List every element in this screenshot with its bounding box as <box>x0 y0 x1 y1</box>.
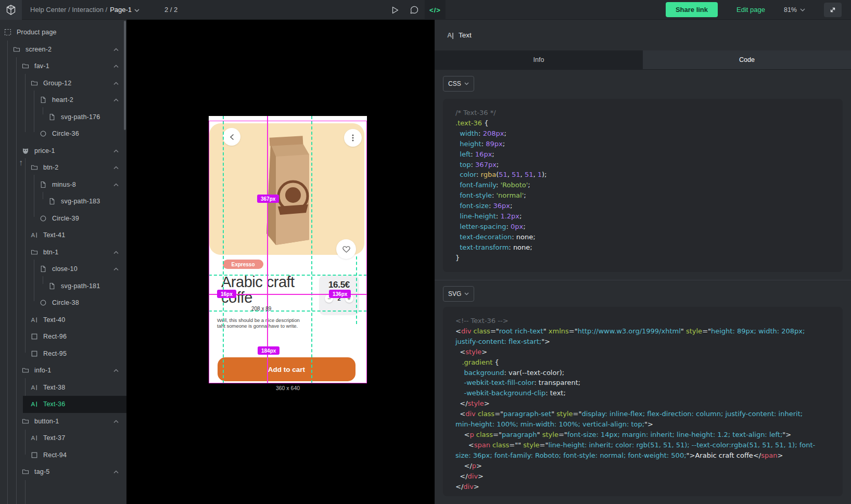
chevron-up-icon[interactable] <box>113 47 119 51</box>
layer-label: minus-8 <box>52 181 76 188</box>
design-canvas[interactable]: Expresso Arabic craft coffe 16.5€ − 2 + … <box>126 20 435 504</box>
layer-row-svg-path-183[interactable]: svg-path-183 <box>0 193 126 210</box>
panel-header: A Text <box>435 20 851 50</box>
layer-row-circle-36[interactable]: Circle-36 <box>0 125 126 143</box>
panel-divider <box>435 280 851 280</box>
code-toggle-button[interactable]: </> <box>425 0 446 20</box>
layer-label: tag-5 <box>34 468 50 475</box>
layer-row-svg-path-176[interactable]: svg-path-176 <box>0 109 126 126</box>
zoom-level-value: 81% <box>784 6 797 14</box>
layer-label: Rect-94 <box>43 451 67 459</box>
layer-row-svg-path-181[interactable]: svg-path-181 <box>0 278 126 295</box>
folder-icon <box>31 164 38 171</box>
text-icon: A <box>31 384 38 391</box>
comment-bubble-icon <box>410 6 418 14</box>
layer-row-text-36[interactable]: AText-36 <box>0 396 126 413</box>
chevron-down-icon <box>464 292 469 295</box>
chevron-up-icon[interactable] <box>113 81 119 85</box>
chevron-up-icon[interactable] <box>113 165 119 170</box>
layer-row-product page[interactable]: Product page <box>0 24 126 41</box>
zoom-level-select[interactable]: 81% <box>784 6 805 14</box>
layer-row-btn-2[interactable]: btn-2 <box>0 159 126 176</box>
edit-page-link[interactable]: Edit page <box>736 6 765 14</box>
text-layer-icon: A <box>447 31 453 39</box>
layer-label: Text-36 <box>43 400 65 408</box>
panel-tabs: Info Code <box>435 50 851 70</box>
layer-label: screen-2 <box>26 46 52 53</box>
chevron-down-icon[interactable] <box>134 9 139 12</box>
chevron-up-icon[interactable] <box>113 183 119 187</box>
measurement-badge-367: 367px <box>257 195 279 203</box>
chevron-up-icon[interactable] <box>113 98 119 102</box>
tab-info[interactable]: Info <box>435 50 643 69</box>
layer-row-price-1[interactable]: price-1 <box>0 143 126 160</box>
layer-label: Circle-39 <box>52 215 79 222</box>
measurement-badge-16: 16px <box>217 290 236 298</box>
layer-label: price-1 <box>34 147 55 154</box>
layer-row-group-12[interactable]: Group-12 <box>0 75 126 92</box>
comment-button[interactable] <box>407 0 422 20</box>
chevron-up-icon[interactable] <box>113 368 119 372</box>
layer-row-text-41[interactable]: AText-41 <box>0 227 126 244</box>
chevron-up-icon[interactable] <box>113 64 119 68</box>
logo-cube-icon <box>6 5 16 15</box>
chevron-up-icon[interactable] <box>113 470 119 474</box>
layer-row-button-1[interactable]: button-1 <box>0 413 126 430</box>
layer-label: Circle-36 <box>52 130 79 137</box>
breadcrumb[interactable]: Help Center / Interaction / Page-1 <box>30 6 139 14</box>
layer-row-screen-2[interactable]: screen-2 <box>0 41 126 58</box>
folder-icon <box>13 46 20 53</box>
folder-icon <box>22 468 29 475</box>
layer-row-heart-2[interactable]: heart-2 <box>0 92 126 109</box>
layer-label: fav-1 <box>34 62 49 70</box>
sidebar-scrollbar-thumb[interactable] <box>124 21 126 130</box>
breadcrumb-current: Page-1 <box>110 6 132 14</box>
chevron-up-icon[interactable] <box>113 419 119 423</box>
layer-row-minus-8[interactable]: minus-8 <box>0 176 126 193</box>
layer-row-btn-1[interactable]: btn-1 <box>0 244 126 261</box>
page-indicator: 2 / 2 <box>164 6 177 14</box>
layer-label: svg-path-183 <box>61 198 100 205</box>
play-button[interactable] <box>387 0 403 20</box>
chevron-up-icon[interactable] <box>113 250 119 254</box>
app-logo[interactable] <box>0 0 22 20</box>
tab-code[interactable]: Code <box>643 50 851 69</box>
chevron-up-icon[interactable] <box>113 267 119 271</box>
element-size-label: 208 x 89 <box>251 306 271 312</box>
layer-row-text-37[interactable]: AText-37 <box>0 430 126 447</box>
chevron-down-icon <box>464 82 469 85</box>
layer-row-rect-94[interactable]: Rect-94 <box>0 447 126 464</box>
fullscreen-expand-icon <box>829 6 836 14</box>
layer-row-circle-38[interactable]: Circle-38 <box>0 294 126 312</box>
rect-icon <box>31 350 38 357</box>
svg-language-select[interactable]: SVG <box>443 286 474 302</box>
layer-label: info-1 <box>34 367 51 374</box>
layer-label: heart-2 <box>52 96 73 104</box>
frame-icon <box>4 29 11 36</box>
layer-row-circle-39[interactable]: Circle-39 <box>0 210 126 227</box>
layer-row-info-1[interactable]: info-1 <box>0 362 126 379</box>
layer-label: Product page <box>17 29 57 36</box>
share-link-button[interactable]: Share link <box>666 2 718 17</box>
chevron-up-icon[interactable] <box>113 149 119 153</box>
svg-code-block: <!-- Text-36 --><div class="root rich-te… <box>443 307 843 496</box>
layer-row-rect-96[interactable]: Rect-96 <box>0 328 126 345</box>
file-icon <box>48 198 56 205</box>
layer-row-rect-95[interactable]: Rect-95 <box>0 345 126 363</box>
layer-row-tag-5[interactable]: tag-5 <box>0 463 126 481</box>
file-icon <box>40 96 47 104</box>
fullscreen-button[interactable] <box>824 3 842 17</box>
layer-label: svg-path-176 <box>61 113 100 121</box>
svg-text:A: A <box>31 232 35 238</box>
layer-row-text-38[interactable]: AText-38 <box>0 379 126 396</box>
layer-label: Group-12 <box>43 80 71 87</box>
svg-text:A: A <box>31 401 35 407</box>
text-icon: A <box>31 316 38 324</box>
css-language-select[interactable]: CSS <box>443 76 474 92</box>
text-icon: A <box>31 400 38 408</box>
layer-label: svg-path-181 <box>61 282 100 290</box>
layer-label: Text-40 <box>43 316 65 324</box>
layer-row-text-40[interactable]: AText-40 <box>0 312 126 329</box>
layer-row-fav-1[interactable]: fav-1 <box>0 58 126 75</box>
layer-row-close-10[interactable]: close-10 <box>0 261 126 278</box>
